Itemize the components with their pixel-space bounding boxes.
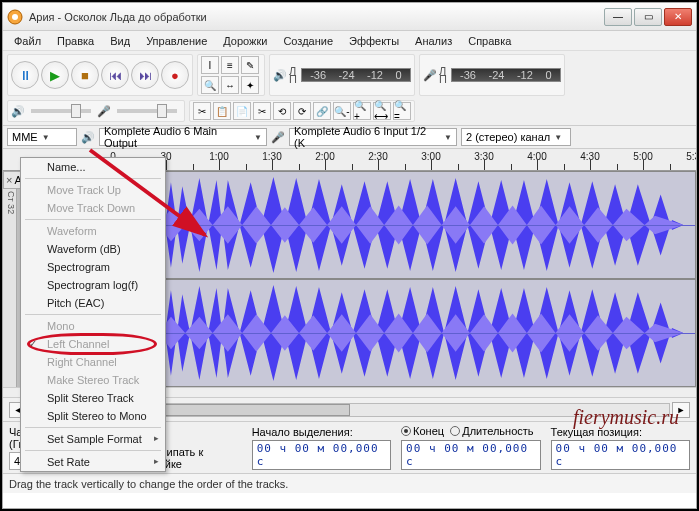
skip-end-button[interactable]: ⏭ [131, 61, 159, 89]
cm-set-rate[interactable]: Set Rate [21, 453, 165, 471]
cm-set-sample-format[interactable]: Set Sample Format [21, 430, 165, 448]
app-icon [7, 9, 23, 25]
current-position-timecode[interactable]: 00 ч 00 м 00,000 с [551, 440, 690, 470]
menu-effects[interactable]: Эффекты [342, 33, 406, 49]
close-button[interactable]: ✕ [664, 8, 692, 26]
tool-zoom[interactable]: 🔍 [201, 76, 219, 94]
edit-redo[interactable]: 🔗 [313, 102, 331, 120]
svg-point-1 [12, 14, 18, 20]
menu-analyze[interactable]: Анализ [408, 33, 459, 49]
speaker-out-icon: 🔊 [273, 69, 287, 82]
input-channels-combo[interactable]: 2 (стерео) канал▼ [461, 128, 571, 146]
device-toolbar: MME▼ 🔊 Komplete Audio 6 Main Output▼ 🎤 K… [3, 126, 696, 149]
output-device-combo[interactable]: Komplete Audio 6 Main Output▼ [99, 128, 267, 146]
zoom-fitsel[interactable]: 🔍⟷ [373, 102, 391, 120]
mic-device-icon: 🎤 [271, 131, 285, 144]
cm-spectrogram[interactable]: Spectrogram [21, 258, 165, 276]
input-device-combo[interactable]: Komplete Audio 6 Input 1/2 (K▼ [289, 128, 457, 146]
zoom-fitproj[interactable]: 🔍= [393, 102, 411, 120]
input-volume-slider[interactable] [117, 109, 177, 113]
edit-silence[interactable]: ⟲ [273, 102, 291, 120]
cm-mono[interactable]: Mono [21, 317, 165, 335]
record-button[interactable]: ● [161, 61, 189, 89]
cm-pitch[interactable]: Pitch (EAC) [21, 294, 165, 312]
selection-start-label: Начало выделения: [252, 426, 391, 438]
menubar: Файл Правка Вид Управление Дорожки Созда… [3, 31, 696, 51]
cm-waveform[interactable]: Waveform [21, 222, 165, 240]
cm-split-stereo[interactable]: Split Stereo Track [21, 389, 165, 407]
edit-trim[interactable]: ✂ [253, 102, 271, 120]
menu-edit[interactable]: Правка [50, 33, 101, 49]
minimize-button[interactable]: — [604, 8, 632, 26]
edit-cut[interactable]: ✂ [193, 102, 211, 120]
zoom-in[interactable]: 🔍- [333, 102, 351, 120]
selection-start-timecode[interactable]: 00 ч 00 м 00,000 с [252, 440, 391, 470]
cm-waveform-db[interactable]: Waveform (dB) [21, 240, 165, 258]
maximize-button[interactable]: ▭ [634, 8, 662, 26]
output-volume-slider[interactable] [31, 109, 91, 113]
tool-draw[interactable]: ✎ [241, 56, 259, 74]
menu-generate[interactable]: Создание [276, 33, 340, 49]
menu-view[interactable]: Вид [103, 33, 137, 49]
pause-button[interactable]: ⏸ [11, 61, 39, 89]
menu-control[interactable]: Управление [139, 33, 214, 49]
tool-multi[interactable]: ✦ [241, 76, 259, 94]
mic-in-icon: 🎤 [423, 69, 437, 82]
cm-make-stereo[interactable]: Make Stereo Track [21, 371, 165, 389]
cm-spectrogram-logf[interactable]: Spectrogram log(f) [21, 276, 165, 294]
skip-start-button[interactable]: ⏮ [101, 61, 129, 89]
edit-copy[interactable]: 📋 [213, 102, 231, 120]
cm-name[interactable]: Name... [21, 158, 165, 176]
track-info-strip: Ст 32 [3, 189, 17, 387]
statusbar: Drag the track vertically to change the … [3, 473, 696, 493]
menu-tracks[interactable]: Дорожки [216, 33, 274, 49]
mic-vol-icon: 🎤 [97, 105, 111, 118]
tool-timeshift[interactable]: ↔ [221, 76, 239, 94]
stop-button[interactable]: ■ [71, 61, 99, 89]
record-meter[interactable]: -36-24-120 [451, 68, 561, 82]
cm-right-channel[interactable]: Right Channel [21, 353, 165, 371]
zoom-out[interactable]: 🔍+ [353, 102, 371, 120]
duration-radio[interactable]: Длительность [450, 425, 533, 437]
window-title: Ария - Осколок Льда до обработки [29, 11, 602, 23]
tool-envelope[interactable]: ≡ [221, 56, 239, 74]
toolbar-row-1: ⏸ ▶ ■ ⏮ ⏭ ● I ≡ ✎ 🔍 ↔ ✦ 🔊 ЛП -36-24-120 … [3, 51, 696, 126]
cm-move-down[interactable]: Move Track Down [21, 199, 165, 217]
audio-host-combo[interactable]: MME▼ [7, 128, 77, 146]
menu-file[interactable]: Файл [7, 33, 48, 49]
cm-split-mono[interactable]: Split Stereo to Mono [21, 407, 165, 425]
waveform-channel-right[interactable] [113, 279, 696, 387]
edit-undo[interactable]: ⟳ [293, 102, 311, 120]
tool-selection[interactable]: I [201, 56, 219, 74]
cm-move-up[interactable]: Move Track Up [21, 181, 165, 199]
cm-left-channel[interactable]: Left Channel [21, 335, 165, 353]
waveform-channel-left[interactable] [113, 171, 696, 279]
selection-end-timecode[interactable]: 00 ч 00 м 00,000 с [401, 440, 540, 470]
end-radio[interactable]: Конец [401, 425, 444, 437]
track-close-icon[interactable]: × [6, 174, 12, 186]
edit-paste[interactable]: 📄 [233, 102, 251, 120]
window-titlebar: Ария - Осколок Льда до обработки — ▭ ✕ [3, 3, 696, 31]
menu-help[interactable]: Справка [461, 33, 518, 49]
playback-meter[interactable]: -36-24-120 [301, 68, 411, 82]
watermark-text: fierymusic.ru [573, 406, 679, 429]
play-button[interactable]: ▶ [41, 61, 69, 89]
speaker-vol-icon: 🔊 [11, 105, 25, 118]
speaker-device-icon: 🔊 [81, 131, 95, 144]
track-context-menu: Name... Move Track Up Move Track Down Wa… [20, 157, 166, 472]
